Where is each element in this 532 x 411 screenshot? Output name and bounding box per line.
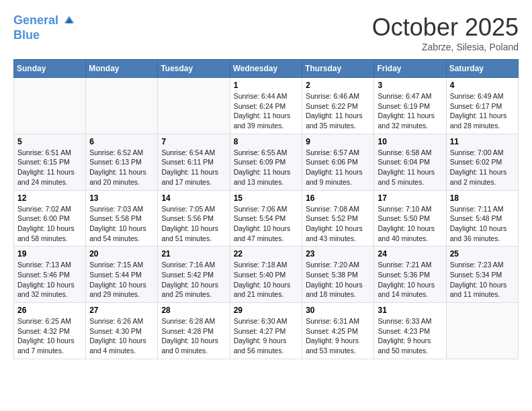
page-header: General Blue October 2025 Zabrze, Silesi… [13,13,519,52]
calendar-day-cell: 3Sunrise: 6:47 AM Sunset: 6:19 PM Daylig… [374,78,446,134]
calendar-week-row: 26Sunrise: 6:25 AM Sunset: 4:32 PM Dayli… [14,303,519,359]
calendar-day-cell: 25Sunrise: 7:23 AM Sunset: 5:34 PM Dayli… [446,246,518,303]
day-number: 10 [378,137,442,146]
calendar-day-cell: 24Sunrise: 7:21 AM Sunset: 5:36 PM Dayli… [374,246,446,303]
calendar-day-cell: 21Sunrise: 7:16 AM Sunset: 5:42 PM Dayli… [158,246,230,303]
calendar-day-cell: 18Sunrise: 7:11 AM Sunset: 5:48 PM Dayli… [446,190,518,246]
calendar-day-cell: 2Sunrise: 6:46 AM Sunset: 6:22 PM Daylig… [302,78,374,134]
day-number: 23 [306,249,370,259]
calendar-day-cell: 17Sunrise: 7:10 AM Sunset: 5:50 PM Dayli… [374,190,446,246]
day-info: Sunrise: 6:55 AM Sunset: 6:09 PM Dayligh… [234,148,299,187]
day-number: 31 [378,306,442,315]
calendar-day-cell: 1Sunrise: 6:44 AM Sunset: 6:24 PM Daylig… [230,78,302,134]
day-info: Sunrise: 7:21 AM Sunset: 5:36 PM Dayligh… [378,260,442,300]
day-info: Sunrise: 7:20 AM Sunset: 5:38 PM Dayligh… [306,260,370,300]
day-info: Sunrise: 7:10 AM Sunset: 5:50 PM Dayligh… [378,204,442,244]
calendar-day-cell: 20Sunrise: 7:15 AM Sunset: 5:44 PM Dayli… [86,246,158,303]
day-info: Sunrise: 7:05 AM Sunset: 5:56 PM Dayligh… [161,204,226,244]
weekday-header-wednesday: Wednesday [230,60,302,78]
calendar-day-cell: 14Sunrise: 7:05 AM Sunset: 5:56 PM Dayli… [158,190,230,246]
day-info: Sunrise: 6:54 AM Sunset: 6:11 PM Dayligh… [161,148,226,187]
day-number: 7 [161,137,226,146]
day-info: Sunrise: 6:25 AM Sunset: 4:32 PM Dayligh… [17,316,82,356]
day-number: 2 [306,81,370,90]
day-info: Sunrise: 6:49 AM Sunset: 6:17 PM Dayligh… [450,91,515,131]
day-number: 26 [17,306,82,315]
calendar-day-cell: 27Sunrise: 6:26 AM Sunset: 4:30 PM Dayli… [86,303,158,359]
calendar-week-row: 5Sunrise: 6:51 AM Sunset: 6:15 PM Daylig… [14,134,519,190]
day-info: Sunrise: 6:26 AM Sunset: 4:30 PM Dayligh… [89,316,154,356]
calendar-table: SundayMondayTuesdayWednesdayThursdayFrid… [13,59,519,359]
logo-blue: Blue [13,28,75,43]
calendar-day-cell: 30Sunrise: 6:31 AM Sunset: 4:25 PM Dayli… [302,303,374,359]
calendar-day-cell: 16Sunrise: 7:08 AM Sunset: 5:52 PM Dayli… [302,190,374,246]
day-info: Sunrise: 6:51 AM Sunset: 6:15 PM Dayligh… [17,148,82,187]
empty-day-cell [86,78,158,134]
month-title: October 2025 [372,13,519,42]
day-info: Sunrise: 7:08 AM Sunset: 5:52 PM Dayligh… [306,204,370,244]
day-number: 4 [450,81,515,90]
empty-day-cell [158,78,230,134]
day-number: 3 [378,81,442,90]
calendar-day-cell: 7Sunrise: 6:54 AM Sunset: 6:11 PM Daylig… [158,134,230,190]
calendar-day-cell: 22Sunrise: 7:18 AM Sunset: 5:40 PM Dayli… [230,246,302,303]
day-number: 12 [17,193,82,203]
day-number: 25 [450,249,515,259]
day-info: Sunrise: 6:30 AM Sunset: 4:27 PM Dayligh… [234,316,299,356]
day-info: Sunrise: 7:16 AM Sunset: 5:42 PM Dayligh… [161,260,226,300]
day-number: 9 [306,137,370,146]
weekday-header-tuesday: Tuesday [158,60,230,78]
day-info: Sunrise: 6:57 AM Sunset: 6:06 PM Dayligh… [306,148,370,187]
calendar-day-cell: 23Sunrise: 7:20 AM Sunset: 5:38 PM Dayli… [302,246,374,303]
calendar-day-cell: 8Sunrise: 6:55 AM Sunset: 6:09 PM Daylig… [230,134,302,190]
calendar-day-cell: 9Sunrise: 6:57 AM Sunset: 6:06 PM Daylig… [302,134,374,190]
day-info: Sunrise: 7:11 AM Sunset: 5:48 PM Dayligh… [450,204,515,244]
day-number: 29 [234,306,299,315]
calendar-day-cell: 6Sunrise: 6:52 AM Sunset: 6:13 PM Daylig… [86,134,158,190]
calendar-week-row: 12Sunrise: 7:02 AM Sunset: 6:00 PM Dayli… [14,190,519,246]
calendar-day-cell: 4Sunrise: 6:49 AM Sunset: 6:17 PM Daylig… [446,78,518,134]
calendar-week-row: 1Sunrise: 6:44 AM Sunset: 6:24 PM Daylig… [14,78,519,134]
empty-day-cell [14,78,86,134]
day-number: 11 [450,137,515,146]
weekday-header-row: SundayMondayTuesdayWednesdayThursdayFrid… [14,60,519,78]
day-info: Sunrise: 7:06 AM Sunset: 5:54 PM Dayligh… [234,204,299,244]
day-number: 24 [378,249,442,259]
calendar-day-cell: 31Sunrise: 6:33 AM Sunset: 4:23 PM Dayli… [374,303,446,359]
day-info: Sunrise: 7:18 AM Sunset: 5:40 PM Dayligh… [234,260,299,300]
day-info: Sunrise: 6:44 AM Sunset: 6:24 PM Dayligh… [234,91,299,131]
day-info: Sunrise: 7:23 AM Sunset: 5:34 PM Dayligh… [450,260,515,300]
day-info: Sunrise: 6:58 AM Sunset: 6:04 PM Dayligh… [378,148,442,187]
day-number: 13 [89,193,154,203]
day-number: 14 [161,193,226,203]
day-info: Sunrise: 7:15 AM Sunset: 5:44 PM Dayligh… [89,260,154,300]
calendar-day-cell: 12Sunrise: 7:02 AM Sunset: 6:00 PM Dayli… [14,190,86,246]
weekday-header-monday: Monday [86,60,158,78]
day-number: 8 [234,137,299,146]
weekday-header-thursday: Thursday [302,60,374,78]
calendar-day-cell: 10Sunrise: 6:58 AM Sunset: 6:04 PM Dayli… [374,134,446,190]
day-info: Sunrise: 7:13 AM Sunset: 5:46 PM Dayligh… [17,260,82,300]
day-number: 5 [17,137,82,146]
calendar-day-cell: 15Sunrise: 7:06 AM Sunset: 5:54 PM Dayli… [230,190,302,246]
day-number: 27 [89,306,154,315]
day-info: Sunrise: 7:03 AM Sunset: 5:58 PM Dayligh… [89,204,154,244]
calendar-day-cell: 5Sunrise: 6:51 AM Sunset: 6:15 PM Daylig… [14,134,86,190]
logo: General Blue [13,13,75,42]
weekday-header-friday: Friday [374,60,446,78]
day-number: 30 [306,306,370,315]
day-info: Sunrise: 6:31 AM Sunset: 4:25 PM Dayligh… [306,316,370,356]
calendar-week-row: 19Sunrise: 7:13 AM Sunset: 5:46 PM Dayli… [14,246,519,303]
day-info: Sunrise: 6:52 AM Sunset: 6:13 PM Dayligh… [89,148,154,187]
day-info: Sunrise: 6:33 AM Sunset: 4:23 PM Dayligh… [378,316,442,356]
day-info: Sunrise: 7:02 AM Sunset: 6:00 PM Dayligh… [17,204,82,244]
calendar-day-cell: 11Sunrise: 7:00 AM Sunset: 6:02 PM Dayli… [446,134,518,190]
day-number: 28 [161,306,226,315]
day-info: Sunrise: 6:28 AM Sunset: 4:28 PM Dayligh… [161,316,226,356]
day-info: Sunrise: 6:47 AM Sunset: 6:19 PM Dayligh… [378,91,442,131]
day-number: 21 [161,249,226,259]
logo-text: General [13,13,75,28]
weekday-header-sunday: Sunday [14,60,86,78]
day-number: 18 [450,193,515,203]
day-number: 6 [89,137,154,146]
